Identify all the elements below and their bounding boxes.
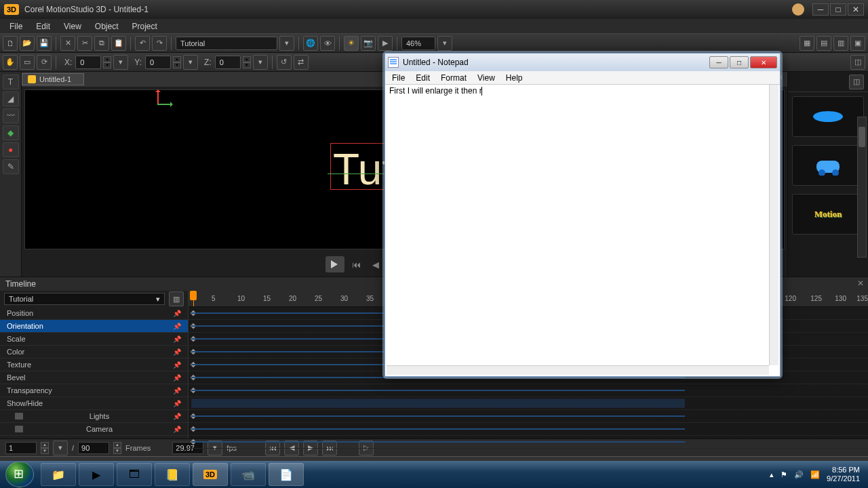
palette-view-icon[interactable]: ◫ (849, 75, 864, 89)
timeline-track-transparency[interactable]: Transparency📌 (0, 384, 188, 397)
current-frame-input[interactable] (5, 442, 37, 454)
paste-icon[interactable]: 📋 (111, 36, 126, 51)
open-file-icon[interactable]: 📂 (20, 36, 35, 51)
hand-tool-icon[interactable]: ✋ (3, 55, 18, 70)
reset-icon[interactable]: ↺ (277, 55, 292, 70)
layout-2-icon[interactable]: ▤ (816, 36, 831, 51)
timeline-track-position[interactable]: Position📌 (0, 307, 188, 320)
render-icon[interactable]: ▶ (378, 36, 393, 51)
menu-file[interactable]: File (3, 20, 29, 33)
timeline-row[interactable] (189, 397, 868, 410)
task-motionstudio[interactable]: 3D (193, 463, 228, 486)
path-tool-icon[interactable]: 〰 (3, 108, 19, 123)
preset-thumb-2[interactable] (792, 145, 864, 186)
timeline-track-texture[interactable]: Texture📌 (0, 359, 188, 371)
tray-arrow-icon[interactable]: ▴ (770, 470, 774, 479)
preset-thumb-3[interactable]: Motion (792, 194, 864, 235)
particle-tool-icon[interactable]: ● (3, 142, 19, 157)
timeline-track-camera[interactable]: Camera📌 (0, 423, 188, 436)
timeline-close-icon[interactable]: ✕ (856, 279, 865, 288)
playhead[interactable] (193, 291, 198, 306)
object-name-dropdown[interactable] (176, 37, 277, 50)
timeline-track-lights[interactable]: Lights📌 (0, 410, 188, 423)
timeline-row[interactable] (189, 423, 868, 436)
timeline-row[interactable] (189, 436, 868, 449)
z-input[interactable] (215, 56, 241, 69)
timeline-track-show-hide[interactable]: Show/Hide📌 (0, 397, 188, 410)
select-tool-icon[interactable]: ▭ (20, 55, 35, 70)
notepad-titlebar[interactable]: Untitled - Notepad ─ □ ✕ (385, 54, 780, 71)
palette-scrollbar[interactable] (857, 117, 867, 258)
camera-icon[interactable]: 📷 (361, 36, 376, 51)
copy-icon[interactable]: ⧉ (94, 36, 109, 51)
y-extra-icon[interactable]: ▾ (183, 55, 198, 70)
notepad-menu-format[interactable]: Format (435, 73, 472, 83)
notepad-window[interactable]: Untitled - Notepad ─ □ ✕ File Edit Forma… (384, 53, 781, 377)
task-notepad[interactable]: 📄 (269, 463, 304, 486)
timeline-track-color[interactable]: Color📌 (0, 346, 188, 359)
tray-clock[interactable]: 8:56 PM 9/27/2011 (827, 466, 860, 483)
preset-thumb-1[interactable] (792, 96, 864, 137)
globe-icon[interactable]: 🌐 (303, 36, 318, 51)
notepad-maximize-button[interactable]: □ (730, 56, 749, 68)
layout-1-icon[interactable]: ▦ (800, 36, 814, 51)
z-up[interactable]: ▲ (243, 56, 251, 62)
timeline-track-bevel[interactable]: Bevel📌 (0, 371, 188, 384)
y-up[interactable]: ▲ (173, 56, 181, 62)
step-back-icon[interactable]: ◀ (369, 258, 382, 270)
start-button[interactable] (5, 462, 34, 487)
task-app1[interactable]: 🗔 (117, 463, 152, 486)
timeline-row[interactable] (189, 384, 868, 397)
eye-icon[interactable]: 👁 (320, 36, 335, 51)
task-media[interactable]: ▶ (79, 463, 114, 486)
undo-icon[interactable]: ↶ (135, 36, 150, 51)
text-tool-icon[interactable]: T (3, 75, 19, 89)
tray-flag-icon[interactable]: ⚑ (781, 470, 787, 479)
menu-view[interactable]: View (57, 20, 88, 33)
notepad-close-button[interactable]: ✕ (750, 56, 777, 68)
maximize-button[interactable]: □ (830, 3, 846, 16)
save-file-icon[interactable]: 💾 (37, 36, 52, 51)
user-badge-icon[interactable] (792, 3, 804, 16)
x-down[interactable]: ▼ (103, 62, 111, 68)
total-frames-input[interactable] (78, 442, 109, 454)
new-file-icon[interactable]: 🗋 (3, 36, 18, 51)
dropdown-arrow-icon[interactable]: ▾ (279, 36, 294, 51)
z-down[interactable]: ▼ (243, 62, 251, 68)
timeline-track-background[interactable]: Background📌 (0, 436, 188, 439)
notepad-scrollbar-horizontal[interactable] (387, 365, 769, 375)
notepad-scrollbar-vertical[interactable] (769, 85, 778, 365)
frame-menu-icon[interactable]: ▾ (53, 441, 68, 455)
panel-toggle-icon[interactable]: ◫ (850, 55, 865, 70)
timeline-track-orientation[interactable]: Orientation📌 (0, 320, 188, 333)
timeline-row[interactable] (189, 410, 868, 423)
rotate-tool-icon[interactable]: ⟳ (37, 55, 52, 70)
zoom-input[interactable] (401, 37, 435, 50)
x-input[interactable] (75, 56, 101, 69)
x-extra-icon[interactable]: ▾ (113, 55, 128, 70)
x-up[interactable]: ▲ (103, 56, 111, 62)
timeline-object-dropdown[interactable]: Tutorial▾ (4, 293, 165, 305)
y-input[interactable] (145, 56, 171, 69)
timeline-options-icon[interactable]: ▥ (169, 291, 184, 306)
light-icon[interactable]: ☀ (344, 36, 359, 51)
menu-edit[interactable]: Edit (29, 20, 57, 33)
notepad-menu-file[interactable]: File (387, 73, 410, 83)
redo-icon[interactable]: ↷ (152, 36, 167, 51)
y-down[interactable]: ▼ (173, 62, 181, 68)
cut-icon[interactable]: ✂ (77, 36, 92, 51)
menu-project[interactable]: Project (125, 20, 164, 33)
menu-object[interactable]: Object (88, 20, 125, 33)
zoom-dropdown-icon[interactable]: ▾ (437, 36, 452, 51)
notepad-minimize-button[interactable]: ─ (709, 56, 728, 68)
z-extra-icon[interactable]: ▾ (253, 55, 268, 70)
task-camera[interactable]: 📹 (231, 463, 266, 486)
delete-icon[interactable]: ✕ (60, 36, 75, 51)
task-explorer[interactable]: 📁 (41, 463, 76, 486)
timeline-track-scale[interactable]: Scale📌 (0, 333, 188, 346)
edit-tool-icon[interactable]: ✎ (3, 159, 19, 174)
layout-4-icon[interactable]: ▣ (850, 36, 865, 51)
goto-start-icon[interactable]: ⏮ (350, 258, 363, 270)
tray-volume-icon[interactable]: 🔊 (794, 470, 804, 479)
notepad-menu-view[interactable]: View (472, 73, 500, 83)
